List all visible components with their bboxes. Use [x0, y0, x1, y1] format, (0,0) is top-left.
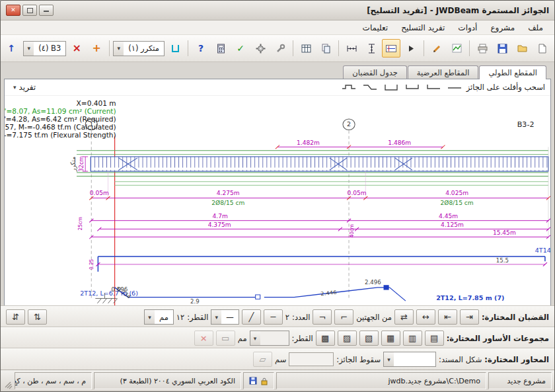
beam-elevation-canvas[interactable]: 1 2 X=0.401 m As'=8.07, As=11.09 cm² (Cu…: [5, 96, 550, 306]
detailing-dropdown[interactable]: تفريد ▾: [10, 82, 39, 93]
stirrups-toolbar: مجموعات الأساور المختارة: ▤ ▥ ▦ ▧ ▨ ▩ ال…: [1, 327, 554, 348]
navigate-up-icon[interactable]: ↑: [2, 39, 20, 58]
bar-hook-end-icon[interactable]: ¬: [313, 309, 332, 325]
stirrup-pattern-1-icon[interactable]: ▤: [425, 331, 444, 346]
bars-toolbar-title: القضبان المختارة:: [482, 313, 549, 322]
copy-format-icon[interactable]: [316, 39, 335, 58]
svg-text:4.275m: 4.275m: [217, 190, 240, 196]
bar-shape-straight-icon[interactable]: [445, 81, 464, 93]
toolbar-separator: [109, 40, 110, 56]
design-code: الكود العربي السوري ٢٠٠٤ (الطبعة ٣): [120, 377, 235, 385]
resize-grip[interactable]: [3, 372, 13, 389]
bar-shape-u-icon[interactable]: [382, 81, 401, 93]
navigate-options-chevron-icon[interactable]: ▾: [0, 39, 1, 58]
bar-shorten-icon[interactable]: ⇄: [394, 309, 414, 325]
story-stirrup-icon[interactable]: [166, 39, 184, 58]
beam-body[interactable]: [91, 157, 548, 171]
bar-extend-left-icon[interactable]: ⇤: [438, 309, 457, 325]
longitudinal-view-icon[interactable]: [382, 39, 400, 58]
chevron-down-icon[interactable]: ▾: [384, 352, 394, 366]
tab-cross-sections[interactable]: المقاطع العرضية: [408, 65, 479, 79]
bar-shape-hook-one-end-icon[interactable]: [424, 81, 443, 93]
stirrup-pattern-5-icon[interactable]: ▨: [338, 331, 357, 346]
vertical-dimension-icon[interactable]: [362, 39, 381, 58]
chevron-down-icon[interactable]: ▾: [114, 42, 124, 56]
title-bar[interactable]: الجوائز المستمرة JWDBeam - [تفريد التسلي…: [1, 1, 554, 20]
svg-text:4.025m: 4.025m: [445, 190, 468, 196]
menu-detailing[interactable]: تفريد التسليح: [395, 22, 451, 34]
status-bar: مشروع جديد C:\Demo\مشروع جديد.jwdb الكود…: [1, 370, 554, 391]
dim-top-zones: 1.482m 1.486m: [276, 139, 445, 149]
edit-drawing-icon[interactable]: [427, 39, 446, 58]
bar-shape-s-icon[interactable]: [340, 81, 359, 93]
bar-line-style-selector[interactable]: — ▾: [211, 309, 239, 325]
stirrup-pattern-6-icon[interactable]: ▩: [316, 331, 335, 346]
toolbar-separator: [424, 40, 424, 56]
support-shape-selector[interactable]: ▾: [383, 352, 436, 367]
chevron-down-icon[interactable]: ▾: [211, 310, 221, 324]
bar-straight-icon[interactable]: ─: [264, 309, 283, 325]
close-button[interactable]: ✕: [6, 5, 20, 16]
stirrup-pattern-2-icon[interactable]: ▥: [403, 331, 422, 346]
main-toolbar: ✓ ? متكرر (١) ▾ + × B3 (٤) ▾ ↑ ▾: [1, 35, 554, 62]
beam-selector[interactable]: B3 (٤) ▾: [23, 41, 66, 56]
menu-tools[interactable]: أدوات: [452, 22, 483, 34]
minimize-button[interactable]: [39, 5, 54, 16]
print-icon[interactable]: [473, 39, 492, 58]
chevron-down-icon: ▾: [13, 84, 17, 91]
bar-diameter-value: ١٢: [176, 313, 184, 322]
stirrup-diameter-selector[interactable]: ▾: [250, 331, 289, 346]
chart-icon[interactable]: [447, 39, 466, 58]
app-window: الجوائز المستمرة JWDBeam - [تفريد التسلي…: [0, 0, 555, 392]
dim-bar1-length: 15.5: [96, 257, 547, 266]
new-document-icon[interactable]: [533, 39, 551, 58]
bar-unit-selector[interactable]: مم ▾: [144, 309, 174, 325]
bar-shape-cranked-icon[interactable]: [361, 81, 380, 93]
settings-gear-icon[interactable]: [251, 39, 270, 58]
chevron-down-icon[interactable]: ▾: [24, 42, 34, 56]
align-dimension-icon[interactable]: [342, 39, 361, 58]
bar-1-label: (1) 4T14, L= 16 m: [535, 247, 550, 253]
project-name: مشروع جديد: [507, 377, 546, 385]
add-beam-icon[interactable]: +: [87, 39, 106, 58]
open-project-icon[interactable]: [513, 39, 531, 58]
bar-1-top[interactable]: [98, 256, 545, 271]
stirrups-toolbar-title: مجموعات الأساور المختارة:: [447, 334, 549, 343]
move-bar-up-icon[interactable]: ⇅: [28, 309, 47, 325]
bar-7-top-dim: 2.496: [365, 279, 381, 286]
svg-text:15.45m: 15.45m: [493, 229, 516, 236]
bar-extend-both-icon[interactable]: ↔: [416, 309, 435, 325]
bar-extend-right-icon[interactable]: ⇥: [460, 309, 479, 325]
beam-drop-input[interactable]: [289, 352, 334, 366]
check-design-icon[interactable]: ✓: [231, 39, 250, 58]
delete-beam-icon[interactable]: ×: [67, 39, 86, 58]
restore-button[interactable]: [22, 5, 37, 16]
menu-help[interactable]: تعليمات: [357, 22, 394, 34]
restore-icon: [27, 8, 33, 13]
bar-6-label: (6) 2T12, L=6.7 m: [80, 290, 138, 296]
calculator-icon[interactable]: [211, 39, 230, 58]
sections-table-icon[interactable]: [297, 39, 315, 58]
tab-longitudinal-section[interactable]: المقطع الطولي: [479, 65, 546, 79]
lock-icon: [260, 377, 268, 385]
tools-icon[interactable]: [271, 39, 289, 58]
stirrup-pattern-3-icon[interactable]: ▦: [381, 331, 400, 346]
tab-bar-table[interactable]: جدول القضبان: [343, 65, 407, 79]
units-list: م ، سم ، سم ، طن ، كغ/سم² ، طن/م³ ، سم²: [15, 377, 86, 385]
move-bar-down-icon[interactable]: ⇵: [6, 309, 25, 325]
help-icon[interactable]: ?: [192, 39, 210, 58]
story-selector[interactable]: متكرر (١) ▾: [113, 41, 165, 56]
menu-file[interactable]: ملف: [522, 22, 549, 34]
support-shape-label: شكل المسند:: [439, 355, 482, 364]
bar-bent-icon[interactable]: ╱: [242, 309, 261, 325]
both-sides-label: من الجهتين: [356, 313, 392, 322]
bar-shape-hook-both-ends-icon[interactable]: [403, 81, 422, 93]
save-project-icon[interactable]: [493, 39, 511, 58]
stirrup-pattern-4-icon[interactable]: ▧: [359, 331, 379, 346]
bar-hook-start-icon[interactable]: ⌐: [334, 309, 353, 325]
beam-selector-value: B3 (٤): [34, 44, 65, 53]
menu-project[interactable]: مشروع: [484, 22, 521, 34]
next-beam-icon[interactable]: [402, 39, 420, 58]
chevron-down-icon[interactable]: ▾: [145, 310, 155, 324]
design-code-panel: الكود العربي السوري ٢٠٠٤ (الطبعة ٣): [94, 372, 241, 389]
